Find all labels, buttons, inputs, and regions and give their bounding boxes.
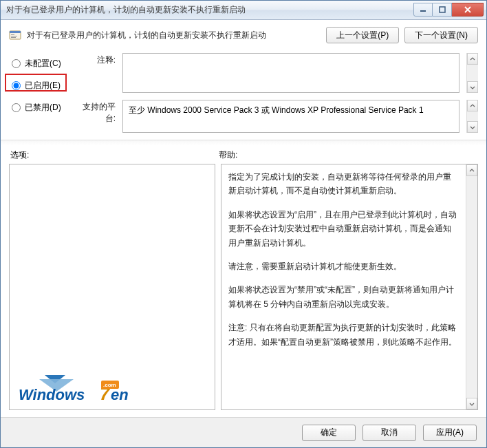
chevron-down-icon — [470, 85, 475, 90]
radio-not-configured-input[interactable] — [12, 59, 21, 68]
header-row: 对于有已登录用户的计算机，计划的自动更新安装不执行重新启动 上一个设置(P) 下… — [9, 27, 478, 43]
policy-title: 对于有已登录用户的计算机，计划的自动更新安装不执行重新启动 — [27, 30, 321, 41]
next-setting-label: 下一个设置(N) — [415, 30, 468, 41]
dialog-window: 对于有已登录用户的计算机，计划的自动更新安装不执行重新启动 对于有已登录用户的计… — [0, 0, 487, 448]
radio-enabled[interactable]: 已启用(E) — [12, 78, 74, 93]
radio-disabled-label: 已禁用(D) — [25, 102, 61, 114]
ok-button[interactable]: 确定 — [302, 425, 356, 441]
radio-disabled-input[interactable] — [12, 103, 21, 112]
platform-text: 至少 Windows 2000 Service Pack 3 或 Windows… — [129, 105, 453, 116]
apply-label: 应用(A) — [436, 427, 464, 438]
svg-rect-3 — [10, 31, 21, 33]
maximize-icon — [439, 6, 446, 13]
help-paragraph: 如果将状态设置为“禁用”或“未配置”，则自动更新将通知用户计算机将在 5 分钟内… — [228, 283, 459, 311]
radio-not-configured[interactable]: 未配置(C) — [12, 56, 74, 71]
prev-setting-button[interactable]: 上一个设置(P) — [326, 27, 399, 43]
platform-box: 至少 Windows 2000 Service Pack 3 或 Windows… — [122, 100, 459, 133]
ok-label: 确定 — [321, 427, 337, 438]
svg-rect-1 — [440, 7, 445, 12]
policy-icon — [9, 29, 21, 41]
prev-setting-label: 上一个设置(P) — [336, 30, 389, 41]
scroll-track[interactable] — [467, 111, 478, 121]
platform-label: 支持的平台: — [74, 100, 116, 125]
panes-row: 指定为了完成计划的安装，自动更新将等待任何登录的用户重新启动计算机，而不是自动使… — [9, 164, 478, 410]
apply-button[interactable]: 应用(A) — [423, 425, 477, 441]
panes-labels: 选项: 帮助: — [9, 149, 478, 161]
next-setting-button[interactable]: 下一个设置(N) — [404, 27, 478, 43]
state-radio-group: 未配置(C) 已启用(E) 已禁用(D) — [9, 53, 74, 122]
scroll-down-button[interactable] — [467, 81, 478, 93]
platform-row: 支持的平台: 至少 Windows 2000 Service Pack 3 或 … — [74, 100, 478, 133]
svg-rect-4 — [11, 34, 14, 35]
close-button[interactable] — [452, 3, 484, 17]
options-pane — [9, 164, 215, 410]
chevron-up-icon — [470, 56, 475, 62]
content-area: 对于有已登录用户的计算机，计划的自动更新安装不执行重新启动 上一个设置(P) 下… — [1, 20, 486, 417]
help-scrollbar[interactable] — [466, 164, 477, 409]
titlebar-text: 对于有已登录用户的计算机，计划的自动更新安装不执行重新启动 — [6, 4, 413, 16]
titlebar: 对于有已登录用户的计算机，计划的自动更新安装不执行重新启动 — [1, 1, 486, 20]
help-paragraph: 如果将状态设置为“启用”，且在用户已登录到此计算机时，自动更新不会在计划安装过程… — [228, 208, 459, 250]
platform-scrollbar[interactable] — [466, 100, 478, 133]
help-pane: 指定为了完成计划的安装，自动更新将等待任何登录的用户重新启动计算机，而不是自动使… — [221, 164, 478, 410]
cancel-button[interactable]: 取消 — [362, 425, 416, 441]
scroll-down-button[interactable] — [466, 398, 477, 409]
options-body — [10, 164, 215, 409]
window-controls — [413, 3, 484, 17]
help-paragraph: 请注意，需要重新启动计算机才能使更新生效。 — [228, 259, 459, 273]
svg-rect-5 — [11, 36, 17, 36]
options-label: 选项: — [9, 149, 219, 161]
scroll-up-button[interactable] — [467, 53, 478, 65]
dialog-footer: 确定 取消 应用(A) — [1, 417, 486, 447]
minimize-button[interactable] — [413, 3, 433, 17]
radio-disabled[interactable]: 已禁用(D) — [12, 100, 74, 115]
chevron-up-icon — [469, 168, 475, 173]
scroll-up-button[interactable] — [466, 164, 477, 176]
comment-label: 注释: — [74, 53, 116, 66]
comment-scrollbar[interactable] — [466, 53, 478, 93]
svg-rect-6 — [11, 37, 16, 38]
fields-section: 注释: 支持的平台: 至少 Windows 2000 Service Pack … — [74, 53, 478, 133]
radio-enabled-label: 已启用(E) — [25, 80, 61, 92]
comment-textarea[interactable] — [122, 53, 459, 93]
help-body: 指定为了完成计划的安装，自动更新将等待任何登录的用户重新启动计算机，而不是自动使… — [221, 164, 466, 409]
svg-rect-0 — [420, 10, 426, 12]
radio-enabled-input[interactable] — [12, 81, 21, 90]
close-icon — [464, 6, 472, 13]
minimize-icon — [420, 6, 426, 13]
chevron-down-icon — [469, 401, 475, 407]
scroll-track[interactable] — [466, 176, 477, 398]
maximize-button[interactable] — [433, 3, 452, 17]
chevron-down-icon — [470, 125, 475, 130]
help-paragraph: 指定为了完成计划的安装，自动更新将等待任何登录的用户重新启动计算机，而不是自动使… — [228, 170, 459, 198]
radio-not-configured-label: 未配置(C) — [25, 58, 61, 70]
section-divider — [1, 140, 486, 145]
chevron-up-icon — [470, 103, 475, 109]
scroll-down-button[interactable] — [467, 121, 478, 133]
help-label: 帮助: — [219, 149, 237, 161]
comment-row: 注释: — [74, 53, 478, 93]
scroll-up-button[interactable] — [467, 100, 478, 111]
help-paragraph: 注意: 只有在将自动更新配置为执行更新的计划安装时，此策略才适用。如果“配置自动… — [228, 321, 459, 349]
upper-section: 未配置(C) 已启用(E) 已禁用(D) 注释: — [9, 53, 478, 133]
scroll-track[interactable] — [467, 65, 478, 81]
cancel-label: 取消 — [381, 427, 398, 438]
